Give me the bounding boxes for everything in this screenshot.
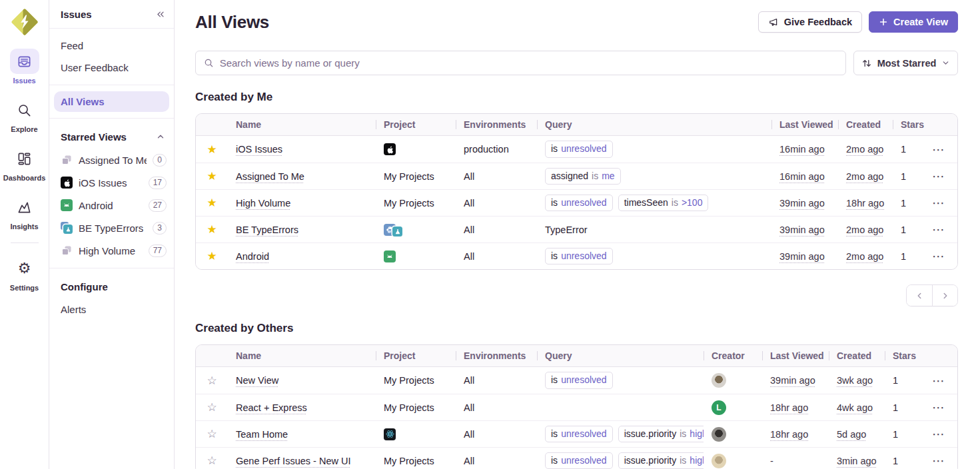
table-row[interactable]: ★ BE TypeErrors All TypeError39min ago 2…	[196, 216, 957, 242]
column-header: Environments	[456, 114, 537, 135]
environments-cell: All	[456, 421, 537, 447]
starred-view-item[interactable]: iOS Issues 17	[49, 171, 174, 194]
project-cell	[376, 217, 456, 242]
view-name-link[interactable]: React + Express	[236, 402, 307, 413]
sidebar-item-user-feedback[interactable]: User Feedback	[49, 57, 174, 79]
last-viewed-value: -	[770, 456, 773, 466]
star-filled-icon[interactable]: ★	[207, 223, 217, 236]
starred-view-item[interactable]: Android 27	[49, 194, 174, 217]
sort-label: Most Starred	[877, 58, 937, 69]
query-cell: is unresolvedtimesSeen is >100	[537, 190, 771, 216]
chevron-down-icon	[941, 59, 950, 67]
column-header: Name	[228, 345, 376, 366]
plus-icon	[879, 17, 888, 27]
column-header: Creator	[704, 345, 762, 366]
gear-icon: ⚙	[10, 256, 39, 281]
nav-rail-item-issues[interactable]: Issues	[0, 49, 49, 85]
collapse-sidebar-button[interactable]	[154, 9, 165, 20]
project-cell: My Projects	[376, 448, 456, 469]
view-name-link[interactable]: Team Home	[236, 429, 288, 440]
query-cell: is unresolved	[537, 136, 771, 163]
star-outline-icon[interactable]: ☆	[207, 454, 217, 468]
row-menu-button[interactable]: ⋯	[929, 247, 948, 266]
query-cell: is unresolved	[537, 243, 771, 269]
star-filled-icon[interactable]: ★	[207, 143, 217, 157]
stars-count: 1	[893, 163, 929, 189]
query-cell: assigned is me	[537, 163, 771, 189]
starred-views-section-header[interactable]: Starred Views	[49, 125, 174, 149]
row-menu-button[interactable]: ⋯	[929, 398, 948, 417]
table-row[interactable]: ☆ New View My Projects All is unresolved…	[196, 367, 957, 394]
view-name-link[interactable]: BE TypeErrors	[236, 225, 298, 235]
table-row[interactable]: ☆ Gene Perf Issues - New UI My Projects …	[196, 447, 957, 469]
view-name-link[interactable]: iOS Issues	[236, 144, 282, 155]
sidebar-item-alerts[interactable]: Alerts	[49, 298, 174, 320]
star-filled-icon[interactable]: ★	[207, 196, 217, 210]
table-row[interactable]: ★ iOS Issues production is unresolved16m…	[196, 136, 957, 163]
starred-view-item[interactable]: Assigned To Me 0	[49, 149, 174, 171]
sentry-logo-icon	[11, 9, 38, 35]
query-chip: assigned is me	[545, 168, 621, 185]
created-by-me-table: NameProjectEnvironmentsQueryLast ViewedC…	[195, 113, 958, 270]
view-name-link[interactable]: Gene Perf Issues - New UI	[236, 456, 350, 466]
nav-rail: Issues Explore Dashboards Insights⚙ Sett…	[0, 0, 49, 469]
created-value: 3wk ago	[837, 375, 873, 386]
star-outline-icon[interactable]: ☆	[207, 400, 217, 414]
row-menu-button[interactable]: ⋯	[929, 425, 948, 444]
divider	[49, 268, 174, 268]
next-page-button[interactable]	[932, 285, 957, 306]
table-row[interactable]: ★ Assigned To Me My Projects All assigne…	[196, 163, 957, 189]
query-cell: is unresolvedissue.priority is high	[537, 421, 704, 447]
search-views-box	[195, 51, 846, 75]
view-name-link[interactable]: New View	[236, 375, 278, 386]
row-menu-button[interactable]: ⋯	[929, 371, 948, 390]
table-row[interactable]: ☆ Team Home All is unresolvedissue.prior…	[196, 420, 957, 447]
query-chip: is unresolved	[545, 141, 613, 158]
nav-rail-item-explore[interactable]: Explore	[0, 97, 49, 133]
project-cell	[376, 421, 456, 447]
table-row[interactable]: ★ High Volume My Projects All is unresol…	[196, 189, 957, 216]
previous-page-button[interactable]	[907, 285, 932, 306]
nav-rail-item-insights[interactable]: Insights	[0, 195, 49, 231]
row-menu-button[interactable]: ⋯	[929, 221, 948, 239]
starred-view-item[interactable]: BE TypeErrors 3	[49, 217, 174, 239]
environments-cell: All	[456, 243, 537, 269]
last-viewed-value: 18hr ago	[770, 402, 808, 413]
created-value: 4wk ago	[837, 402, 873, 413]
row-menu-button[interactable]: ⋯	[929, 167, 948, 186]
sort-dropdown[interactable]: Most Starred	[853, 51, 958, 75]
column-header: Name	[228, 114, 376, 135]
nav-rail-item-dashboards[interactable]: Dashboards	[0, 146, 49, 182]
view-name-link[interactable]: Android	[236, 251, 269, 262]
sentry-logo[interactable]	[11, 8, 39, 36]
star-filled-icon[interactable]: ★	[207, 249, 217, 263]
row-menu-button[interactable]: ⋯	[929, 452, 948, 469]
starred-view-label: BE TypeErrors	[79, 223, 147, 234]
environments-cell: All	[456, 217, 537, 242]
row-menu-button[interactable]: ⋯	[929, 194, 948, 213]
table-row[interactable]: ☆ React + Express My Projects All L18hr …	[196, 394, 957, 420]
create-view-button[interactable]: Create View	[869, 11, 958, 33]
nav-rail-label: Insights	[10, 223, 38, 231]
star-filled-icon[interactable]: ★	[207, 169, 217, 183]
nav-rail-label: Settings	[10, 284, 39, 292]
column-header: Stars	[885, 345, 929, 366]
search-input[interactable]	[220, 57, 837, 69]
sidebar-item-all-views[interactable]: All Views	[54, 91, 169, 112]
environments-cell: All	[456, 367, 537, 394]
view-name-link[interactable]: High Volume	[236, 198, 290, 209]
star-outline-icon[interactable]: ☆	[207, 427, 217, 441]
nav-rail-item-settings[interactable]: ⚙ Settings	[0, 256, 49, 292]
sidebar-item-feed[interactable]: Feed	[49, 35, 174, 57]
column-header: Stars	[893, 114, 929, 135]
star-outline-icon[interactable]: ☆	[207, 374, 217, 388]
table-row[interactable]: ★ Android All is unresolved39min ago 2mo…	[196, 242, 957, 269]
starred-view-item[interactable]: High Volume 77	[49, 239, 174, 262]
stars-count: 1	[893, 217, 929, 242]
column-header: Query	[537, 114, 771, 135]
created-value: 2mo ago	[846, 251, 883, 262]
give-feedback-button[interactable]: Give Feedback	[758, 11, 862, 33]
row-menu-button[interactable]: ⋯	[929, 140, 948, 159]
divider	[49, 85, 174, 85]
view-name-link[interactable]: Assigned To Me	[236, 171, 304, 182]
